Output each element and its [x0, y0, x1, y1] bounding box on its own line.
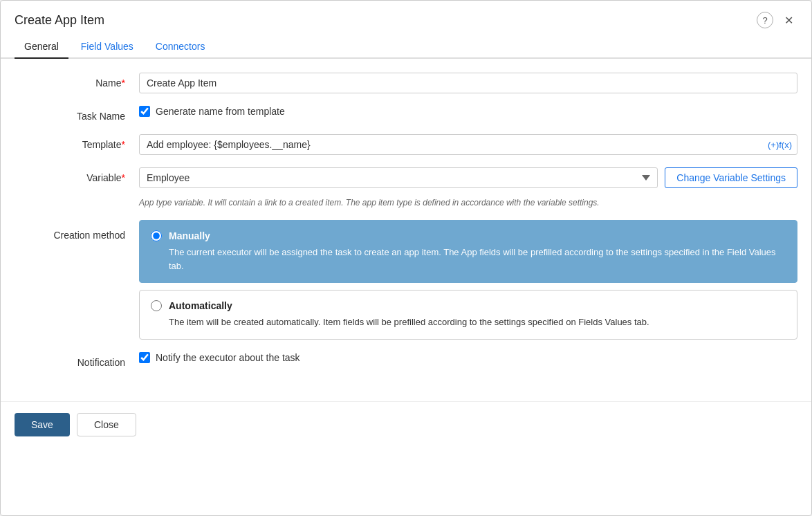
- creation-radio-automatically[interactable]: [151, 300, 162, 311]
- form-body: Name* Task Name Generate name from templ…: [1, 59, 811, 394]
- tab-connectors[interactable]: Connectors: [146, 35, 215, 59]
- template-row: Template* (+)f(x): [15, 134, 797, 155]
- variable-select-wrap: Employee Change Variable Settings: [139, 167, 797, 188]
- tab-field-values[interactable]: Field Values: [71, 35, 143, 59]
- task-name-label: Task Name: [15, 106, 139, 122]
- notification-control-wrap: Notify the executor about the task: [139, 352, 797, 363]
- creation-method-row: Creation method Manually The current exe…: [15, 220, 797, 340]
- task-name-row: Task Name Generate name from template: [15, 106, 797, 122]
- variable-select[interactable]: Employee: [139, 167, 658, 188]
- creation-method-label: Creation method: [15, 220, 139, 241]
- variable-label: Variable*: [15, 167, 139, 183]
- dialog-header: Create App Item ? ✕: [1, 1, 811, 35]
- creation-automatically-desc: The item will be created automatically. …: [169, 315, 786, 329]
- template-function-icon[interactable]: (+)f(x): [768, 140, 792, 150]
- creation-manually-title: Manually: [169, 230, 210, 241]
- tab-general[interactable]: General: [15, 35, 68, 59]
- close-button[interactable]: ✕: [780, 12, 797, 28]
- creation-option-manually: Manually The current executor will be as…: [139, 220, 797, 283]
- dialog-footer: Save Close: [1, 401, 811, 448]
- template-input[interactable]: [139, 134, 797, 155]
- notification-row: Notification Notify the executor about t…: [15, 352, 797, 368]
- variable-control-wrap: Employee Change Variable Settings App ty…: [139, 167, 797, 208]
- creation-automatically-title: Automatically: [169, 300, 232, 311]
- notification-checkbox[interactable]: [139, 352, 150, 363]
- task-name-control-wrap: Generate name from template: [139, 106, 797, 117]
- variable-helper-text: App type variable. It will contain a lin…: [139, 198, 797, 208]
- template-label: Template*: [15, 134, 139, 150]
- tab-bar: General Field Values Connectors: [1, 35, 811, 59]
- task-name-checkbox-label[interactable]: Generate name from template: [139, 106, 285, 117]
- name-row: Name*: [15, 73, 797, 93]
- close-footer-button[interactable]: Close: [77, 413, 136, 436]
- notification-label: Notification: [15, 352, 139, 368]
- header-icons: ? ✕: [757, 12, 797, 28]
- name-control-wrap: [139, 73, 797, 93]
- name-label: Name*: [15, 73, 139, 89]
- variable-row: Variable* Employee Change Variable Setti…: [15, 167, 797, 208]
- save-button[interactable]: Save: [15, 413, 70, 436]
- creation-radio-manually[interactable]: [151, 230, 162, 241]
- creation-option-automatically: Automatically The item will be created a…: [139, 290, 797, 340]
- template-control-wrap: (+)f(x): [139, 134, 797, 155]
- creation-manually-desc: The current executor will be assigned th…: [169, 246, 786, 273]
- help-icon[interactable]: ?: [757, 12, 773, 28]
- dialog: Create App Item ? ✕ General Field Values…: [0, 0, 812, 516]
- dialog-title: Create App Item: [15, 13, 104, 28]
- change-variable-button[interactable]: Change Variable Settings: [665, 167, 797, 188]
- name-input[interactable]: [139, 73, 797, 93]
- task-name-checkbox[interactable]: [139, 106, 150, 117]
- creation-method-options: Manually The current executor will be as…: [139, 220, 797, 340]
- template-input-wrap: (+)f(x): [139, 134, 797, 155]
- notification-checkbox-label[interactable]: Notify the executor about the task: [139, 352, 300, 363]
